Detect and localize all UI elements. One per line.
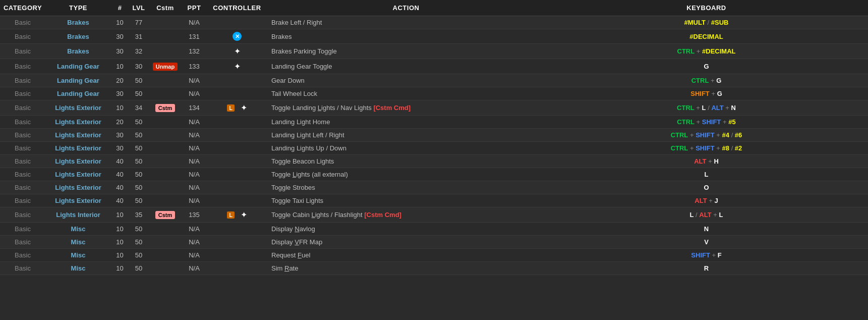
header-ppt: PPT [182, 0, 207, 16]
cell-num: 10 [111, 100, 129, 116]
header-keyboard: KEYBOARD [545, 0, 868, 16]
cell-type: Misc [45, 236, 111, 249]
cell-cstm [149, 236, 182, 249]
table-row: Basic Lights Exterior 30 50 N/A Landing … [0, 129, 868, 142]
l-icon: L [227, 104, 235, 112]
cell-type: Lights Exterior [45, 116, 111, 129]
cell-category: Basic [0, 223, 45, 236]
cell-num: 30 [111, 29, 129, 44]
table-row: Basic Lights Interior 10 35 Cstm 135 L ✦… [0, 207, 868, 223]
cell-keyboard: CTRL + SHIFT + #4 / #6 [545, 129, 868, 142]
cell-action: Brake Left / Right [267, 16, 545, 29]
header-num: # [111, 0, 129, 16]
cell-ppt: N/A [182, 168, 207, 181]
cell-ppt: N/A [182, 249, 207, 262]
cell-lvl: 50 [129, 142, 149, 155]
table-row: Basic Brakes 30 31 131 ✕ Brakes #DECIMAL [0, 29, 868, 44]
cell-ppt: N/A [182, 87, 207, 100]
cell-controller: ✦ [207, 59, 267, 74]
cell-type: Lights Exterior [45, 155, 111, 168]
cstm-badge[interactable]: Cstm [155, 211, 176, 219]
cell-type: Lights Exterior [45, 181, 111, 194]
cell-ppt: N/A [182, 16, 207, 29]
cell-ppt: 131 [182, 29, 207, 44]
cell-controller [207, 87, 267, 100]
cell-num: 20 [111, 74, 129, 87]
cell-type: Brakes [45, 16, 111, 29]
cell-keyboard: R [545, 262, 868, 275]
cell-lvl: 50 [129, 116, 149, 129]
cell-keyboard: SHIFT + G [545, 87, 868, 100]
table-row: Basic Misc 10 50 N/A Sim Rate R [0, 262, 868, 275]
cell-controller [207, 142, 267, 155]
table-row: Basic Lights Exterior 30 50 N/A Landing … [0, 142, 868, 155]
table-row: Basic Lights Exterior 20 50 N/A Landing … [0, 116, 868, 129]
cell-cstm[interactable]: Cstm [149, 207, 182, 223]
cell-controller [207, 223, 267, 236]
cell-cstm [149, 181, 182, 194]
cell-keyboard: CTRL + #DECIMAL [545, 44, 868, 59]
cell-action: Landing Light Home [267, 116, 545, 129]
unmap-badge[interactable]: Unmap [153, 63, 178, 71]
cell-keyboard: CTRL + SHIFT + #5 [545, 116, 868, 129]
cell-controller [207, 194, 267, 207]
cell-cstm[interactable]: Unmap [149, 59, 182, 74]
l-icon: L [227, 211, 235, 219]
cell-category: Basic [0, 194, 45, 207]
cell-category: Basic [0, 129, 45, 142]
cell-type: Lights Exterior [45, 142, 111, 155]
cell-category: Basic [0, 44, 45, 59]
cell-cstm [149, 142, 182, 155]
cell-cstm [149, 74, 182, 87]
cell-controller [207, 116, 267, 129]
cell-cstm [149, 29, 182, 44]
cell-num: 10 [111, 16, 129, 29]
cell-type: Landing Gear [45, 74, 111, 87]
cell-num: 30 [111, 44, 129, 59]
cell-cstm [149, 155, 182, 168]
cell-category: Basic [0, 142, 45, 155]
cell-ppt: 132 [182, 44, 207, 59]
cell-action: Sim Rate [267, 262, 545, 275]
cell-cstm[interactable]: Cstm [149, 100, 182, 116]
cell-action: Display VFR Map [267, 236, 545, 249]
cell-num: 10 [111, 236, 129, 249]
table-row: Basic Brakes 10 77 N/A Brake Left / Righ… [0, 16, 868, 29]
table-row: Basic Lights Exterior 40 50 N/A Toggle T… [0, 194, 868, 207]
cell-action: Landing Gear Toggle [267, 59, 545, 74]
cell-action: Toggle Beacon Lights [267, 155, 545, 168]
cstm-badge[interactable]: Cstm [155, 104, 176, 112]
cell-num: 30 [111, 87, 129, 100]
cell-keyboard: #MULT / #SUB [545, 16, 868, 29]
cell-type: Misc [45, 249, 111, 262]
cell-action: Tail Wheel Lock [267, 87, 545, 100]
cell-category: Basic [0, 116, 45, 129]
cell-lvl: 50 [129, 155, 149, 168]
cell-lvl: 31 [129, 29, 149, 44]
cell-action: Brakes [267, 29, 545, 44]
cross-icon: ✦ [234, 62, 241, 71]
cell-num: 40 [111, 194, 129, 207]
table-row: Basic Brakes 30 32 132 ✦ Brakes Parking … [0, 44, 868, 59]
cell-keyboard: ALT + H [545, 155, 868, 168]
table-row: Basic Landing Gear 30 50 N/A Tail Wheel … [0, 87, 868, 100]
cell-category: Basic [0, 16, 45, 29]
cell-num: 40 [111, 181, 129, 194]
cell-type: Misc [45, 262, 111, 275]
cell-lvl: 77 [129, 16, 149, 29]
header-lvl: LVL [129, 0, 149, 16]
cell-num: 10 [111, 249, 129, 262]
cell-num: 30 [111, 142, 129, 155]
header-type: TYPE [45, 0, 111, 16]
cell-keyboard: #DECIMAL [545, 29, 868, 44]
cell-action: Display Navlog [267, 223, 545, 236]
cell-num: 10 [111, 207, 129, 223]
cell-ppt: N/A [182, 223, 207, 236]
cell-category: Basic [0, 181, 45, 194]
cell-controller [207, 129, 267, 142]
cross-icon: ✦ [241, 210, 247, 220]
cell-cstm [149, 262, 182, 275]
cell-type: Lights Interior [45, 207, 111, 223]
cell-action: Toggle Strobes [267, 181, 545, 194]
cell-controller: ✦ [207, 44, 267, 59]
